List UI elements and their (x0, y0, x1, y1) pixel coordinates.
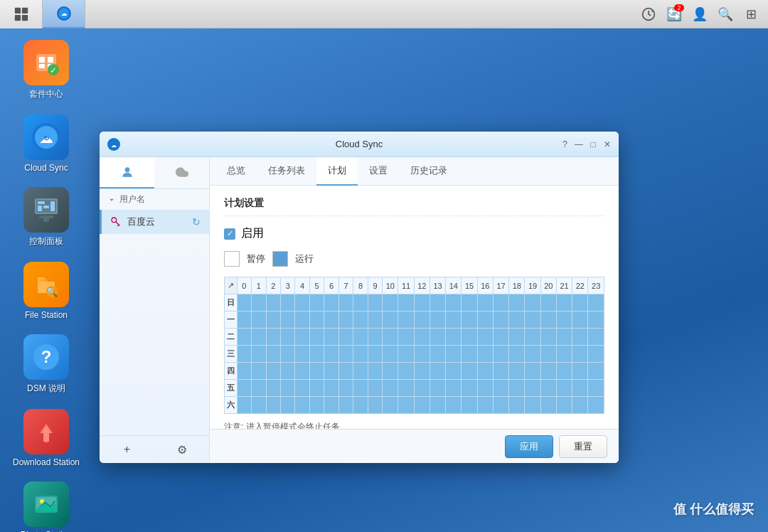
grid-cell-六-9[interactable] (368, 397, 382, 414)
grid-cell-二-6[interactable] (324, 329, 338, 346)
grid-cell-三-4[interactable] (295, 346, 309, 363)
refresh-icon-btn[interactable] (637, 3, 660, 26)
tab-history[interactable]: 历史记录 (399, 157, 459, 186)
grid-cell-日-6[interactable] (324, 294, 338, 312)
display-btn[interactable]: ⊞ (740, 3, 762, 26)
grid-cell-四-14[interactable] (446, 363, 462, 380)
grid-cell-日-18[interactable] (509, 294, 525, 312)
grid-cell-六-3[interactable] (281, 397, 295, 414)
grid-cell-二-17[interactable] (493, 329, 508, 346)
grid-cell-四-7[interactable] (338, 363, 353, 380)
grid-cell-三-14[interactable] (446, 346, 462, 363)
grid-cell-一-3[interactable] (281, 312, 295, 329)
desktop-icon-package-center[interactable]: ✓ 套件中心 (7, 36, 85, 105)
grid-cell-三-10[interactable] (383, 346, 398, 363)
grid-cell-一-15[interactable] (462, 312, 477, 329)
grid-cell-一-13[interactable] (430, 312, 445, 329)
grid-cell-二-15[interactable] (462, 329, 477, 346)
grid-cell-一-19[interactable] (525, 312, 540, 329)
grid-cell-五-1[interactable] (252, 380, 266, 397)
grid-cell-四-2[interactable] (266, 363, 280, 380)
grid-cell-一-21[interactable] (556, 312, 572, 329)
grid-cell-日-7[interactable] (338, 294, 353, 312)
grid-cell-四-12[interactable] (414, 363, 430, 380)
grid-cell-二-19[interactable] (525, 329, 540, 346)
grid-cell-六-18[interactable] (509, 397, 525, 414)
grid-cell-四-9[interactable] (368, 363, 382, 380)
grid-cell-三-11[interactable] (398, 346, 414, 363)
tab-tasklist[interactable]: 任务列表 (257, 157, 316, 186)
grid-cell-日-21[interactable] (556, 294, 572, 312)
grid-cell-五-6[interactable] (324, 380, 338, 397)
grid-cell-日-17[interactable] (493, 294, 508, 312)
grid-cell-三-15[interactable] (462, 346, 477, 363)
grid-cell-三-5[interactable] (309, 346, 324, 363)
grid-cell-五-23[interactable] (588, 380, 604, 397)
grid-cell-六-7[interactable] (338, 397, 353, 414)
grid-cell-二-14[interactable] (446, 329, 462, 346)
grid-cell-日-3[interactable] (281, 294, 295, 312)
window-maximize-btn[interactable]: □ (587, 139, 599, 150)
grid-cell-二-12[interactable] (414, 329, 430, 346)
grid-cell-三-0[interactable] (237, 346, 251, 363)
grid-cell-三-16[interactable] (477, 346, 493, 363)
grid-cell-日-19[interactable] (525, 294, 540, 312)
grid-cell-五-16[interactable] (477, 380, 493, 397)
grid-cell-六-6[interactable] (324, 397, 338, 414)
notifications-btn[interactable]: 🔄 2 (663, 3, 686, 26)
grid-cell-日-8[interactable] (353, 294, 368, 312)
grid-cell-六-8[interactable] (353, 397, 368, 414)
grid-cell-六-2[interactable] (266, 397, 280, 414)
grid-cell-一-16[interactable] (477, 312, 493, 329)
grid-cell-一-10[interactable] (383, 312, 398, 329)
sidebar-refresh-icon[interactable]: ↻ (192, 216, 201, 228)
grid-cell-三-22[interactable] (572, 346, 588, 363)
grid-cell-五-15[interactable] (462, 380, 477, 397)
grid-cell-三-1[interactable] (252, 346, 266, 363)
grid-cell-四-11[interactable] (398, 363, 414, 380)
grid-cell-六-0[interactable] (237, 397, 251, 414)
grid-cell-四-15[interactable] (462, 363, 477, 380)
grid-cell-六-17[interactable] (493, 397, 508, 414)
grid-cell-五-2[interactable] (266, 380, 280, 397)
reset-button[interactable]: 重置 (559, 435, 607, 458)
grid-cell-日-20[interactable] (540, 294, 556, 312)
grid-cell-二-3[interactable] (281, 329, 295, 346)
grid-cell-六-15[interactable] (462, 397, 477, 414)
grid-cell-三-21[interactable] (556, 346, 572, 363)
grid-cell-一-22[interactable] (572, 312, 588, 329)
desktop-icon-photo-station[interactable]: Photo Station (7, 477, 85, 532)
sidebar-tab-user[interactable] (100, 157, 154, 188)
grid-cell-三-12[interactable] (414, 346, 430, 363)
grid-cell-日-2[interactable] (266, 294, 280, 312)
grid-cell-五-11[interactable] (398, 380, 414, 397)
grid-cell-三-17[interactable] (493, 346, 508, 363)
grid-cell-四-16[interactable] (477, 363, 493, 380)
grid-cell-日-1[interactable] (252, 294, 266, 312)
grid-cell-三-2[interactable] (266, 346, 280, 363)
grid-cell-二-23[interactable] (588, 329, 604, 346)
grid-cell-日-12[interactable] (414, 294, 430, 312)
grid-cell-一-8[interactable] (353, 312, 368, 329)
grid-cell-六-12[interactable] (414, 397, 430, 414)
sidebar-add-btn[interactable]: + (100, 436, 154, 463)
grid-cell-一-18[interactable] (509, 312, 525, 329)
grid-cell-五-8[interactable] (353, 380, 368, 397)
grid-cell-一-14[interactable] (446, 312, 462, 329)
window-help-btn[interactable]: ? (562, 139, 567, 149)
desktop-icon-control-panel[interactable]: 控制面板 (7, 183, 85, 252)
grid-cell-二-8[interactable] (353, 329, 368, 346)
grid-cell-六-14[interactable] (446, 397, 462, 414)
grid-cell-四-5[interactable] (309, 363, 324, 380)
enable-checkbox[interactable]: ✓ (224, 228, 235, 240)
grid-cell-五-18[interactable] (509, 380, 525, 397)
grid-cell-五-17[interactable] (493, 380, 508, 397)
grid-cell-一-7[interactable] (338, 312, 353, 329)
grid-cell-一-4[interactable] (295, 312, 309, 329)
grid-cell-四-0[interactable] (237, 363, 251, 380)
grid-cell-三-6[interactable] (324, 346, 338, 363)
grid-cell-一-9[interactable] (368, 312, 382, 329)
desktop-icon-download-station[interactable]: Download Station (7, 405, 85, 472)
grid-cell-五-14[interactable] (446, 380, 462, 397)
grid-cell-日-11[interactable] (398, 294, 414, 312)
